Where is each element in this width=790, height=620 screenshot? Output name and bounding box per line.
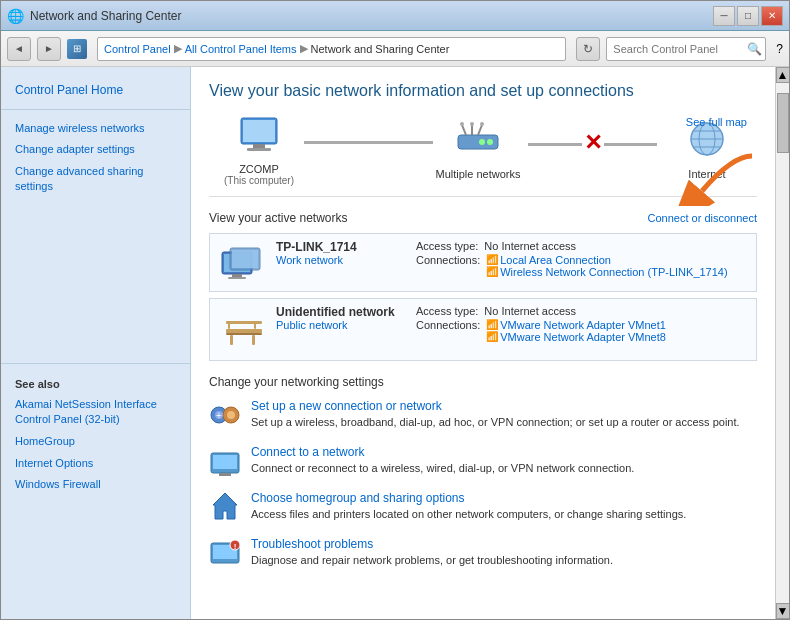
search-icon[interactable]: 🔍: [747, 42, 762, 56]
unidentified-name-cell: Unidentified network Public network: [276, 305, 406, 331]
title-bar-text: Network and Sharing Center: [30, 9, 181, 23]
unidentified-conn-label: Connections:: [416, 319, 480, 331]
unidentified-connections-row: Connections: 📶 VMware Network Adapter VM…: [416, 319, 748, 343]
unidentified-access-label: Access type:: [416, 305, 478, 317]
refresh-button[interactable]: ↻: [576, 37, 600, 61]
diagram-line-1: [304, 141, 433, 144]
sidebar-akamai[interactable]: Akamai NetSession Interface Control Pane…: [1, 394, 190, 432]
svg-rect-21: [232, 274, 242, 277]
sidebar-home-link[interactable]: Control Panel Home: [1, 77, 190, 101]
svg-rect-3: [247, 148, 271, 151]
search-input[interactable]: [606, 37, 766, 61]
svg-rect-39: [219, 473, 231, 476]
connect-network-content: Connect to a network Connect or reconnec…: [251, 445, 634, 476]
computer-label: ZCOMP: [239, 163, 279, 175]
breadcrumb-all[interactable]: All Control Panel Items: [185, 43, 297, 55]
scrollbar[interactable]: ▲ ▼: [775, 67, 789, 619]
title-bar: 🌐 Network and Sharing Center ─ □ ✕: [1, 1, 789, 31]
sidebar-change-adapter[interactable]: Change adapter settings: [1, 139, 190, 160]
forward-button[interactable]: ►: [37, 37, 61, 61]
wifi-icon-2: 📶: [486, 266, 498, 277]
title-bar-icon: 🌐: [7, 8, 24, 24]
unidentified-name: Unidentified network: [276, 305, 406, 319]
help-button[interactable]: ?: [776, 42, 783, 56]
connect-network-icon: [209, 445, 241, 477]
change-item-connect-network: Connect to a network Connect or reconnec…: [209, 445, 757, 477]
svg-point-11: [470, 122, 474, 126]
homegroup-desc: Access files and printers located on oth…: [251, 507, 686, 522]
sidebar-manage-wireless[interactable]: Manage wireless networks: [1, 118, 190, 139]
connect-network-title[interactable]: Connect to a network: [251, 445, 634, 459]
active-networks-header: View your active networks Connect or dis…: [209, 211, 757, 225]
tp-link-info: Access type: No Internet access Connecti…: [416, 240, 748, 280]
active-networks-title: View your active networks: [209, 211, 348, 225]
tp-link-name-cell: TP-LINK_1714 Work network: [276, 240, 406, 266]
connect-network-desc: Connect or reconnect to a wireless, wire…: [251, 461, 634, 476]
svg-text:!: !: [234, 542, 237, 551]
see-also-title: See also: [1, 372, 190, 394]
tp-link-conn-2[interactable]: 📶 Wireless Network Connection (TP-LINK_1…: [486, 266, 727, 278]
maximize-button[interactable]: □: [737, 6, 759, 26]
unidentified-access-type-row: Access type: No Internet access: [416, 305, 748, 317]
new-connection-desc: Set up a wireless, broadband, dial-up, a…: [251, 415, 740, 430]
unidentified-info: Access type: No Internet access Connecti…: [416, 305, 748, 345]
tp-link-type[interactable]: Work network: [276, 254, 406, 266]
address-bar: ◄ ► ⊞ Control Panel ▶ All Control Panel …: [1, 31, 789, 67]
svg-rect-26: [226, 333, 262, 335]
unidentified-conn-1[interactable]: 📶 VMware Network Adapter VMnet1: [486, 319, 666, 331]
scroll-up[interactable]: ▲: [776, 67, 790, 83]
homegroup-icon: [209, 491, 241, 523]
diagram-computer-node: ZCOMP (This computer): [209, 116, 309, 186]
computer-icon: [235, 116, 283, 159]
cp-icon: ⊞: [67, 39, 87, 59]
breadcrumb-cp[interactable]: Control Panel: [104, 43, 171, 55]
change-item-troubleshoot: ! Troubleshoot problems Diagnose and rep…: [209, 537, 757, 569]
router-label: Multiple networks: [436, 168, 521, 180]
sidebar-homegroup[interactable]: HomeGroup: [1, 431, 190, 452]
back-button[interactable]: ◄: [7, 37, 31, 61]
sidebar-windows-firewall[interactable]: Windows Firewall: [1, 474, 190, 495]
scroll-down[interactable]: ▼: [776, 603, 790, 619]
tp-link-conn-1[interactable]: 📶 Local Area Connection: [486, 254, 727, 266]
new-connection-title[interactable]: Set up a new connection or network: [251, 399, 740, 413]
minimize-button[interactable]: ─: [713, 6, 735, 26]
scroll-track: [776, 83, 790, 603]
sidebar-internet-options[interactable]: Internet Options: [1, 453, 190, 474]
content-area: View your basic network information and …: [191, 67, 775, 619]
search-wrapper: 🔍: [606, 37, 766, 61]
diagram-line-error: ✕: [528, 130, 657, 156]
connect-disconnect-link[interactable]: Connect or disconnect: [648, 212, 757, 224]
scroll-thumb[interactable]: [777, 93, 789, 153]
tp-link-access-value: No Internet access: [484, 240, 576, 252]
page-title: View your basic network information and …: [209, 81, 757, 102]
unidentified-icon: [218, 305, 266, 354]
main-layout: Control Panel Home Manage wireless netwo…: [1, 67, 789, 619]
new-connection-content: Set up a new connection or network Set u…: [251, 399, 740, 430]
title-bar-controls: ─ □ ✕: [713, 6, 783, 26]
diagram-router-node: Multiple networks: [428, 121, 528, 180]
see-full-map-link[interactable]: See full map: [686, 116, 747, 128]
unidentified-conn-2[interactable]: 📶 VMware Network Adapter VMnet8: [486, 331, 666, 343]
main-window: 🌐 Network and Sharing Center ─ □ ✕ ◄ ► ⊞…: [0, 0, 790, 620]
svg-rect-2: [253, 144, 265, 148]
tp-link-icon: [218, 240, 266, 285]
diagram-internet-node: Internet: [657, 121, 757, 180]
svg-line-9: [478, 125, 482, 135]
sidebar-divider-2: [1, 363, 190, 364]
svg-rect-28: [252, 335, 255, 345]
tp-link-access-type-row: Access type: No Internet access: [416, 240, 748, 252]
breadcrumb-current: Network and Sharing Center: [311, 43, 450, 55]
unidentified-type[interactable]: Public network: [276, 319, 406, 331]
wifi-icon-3: 📶: [486, 319, 498, 330]
error-x-icon: ✕: [582, 130, 604, 156]
troubleshoot-content: Troubleshoot problems Diagnose and repai…: [251, 537, 613, 568]
svg-marker-40: [213, 493, 237, 519]
svg-point-12: [480, 122, 484, 126]
sidebar-divider-1: [1, 109, 190, 110]
sidebar-advanced-sharing[interactable]: Change advanced sharing settings: [1, 161, 190, 203]
homegroup-title[interactable]: Choose homegroup and sharing options: [251, 491, 686, 505]
close-button[interactable]: ✕: [761, 6, 783, 26]
troubleshoot-title[interactable]: Troubleshoot problems: [251, 537, 613, 551]
sidebar: Control Panel Home Manage wireless netwo…: [1, 67, 191, 619]
svg-rect-38: [213, 455, 237, 469]
